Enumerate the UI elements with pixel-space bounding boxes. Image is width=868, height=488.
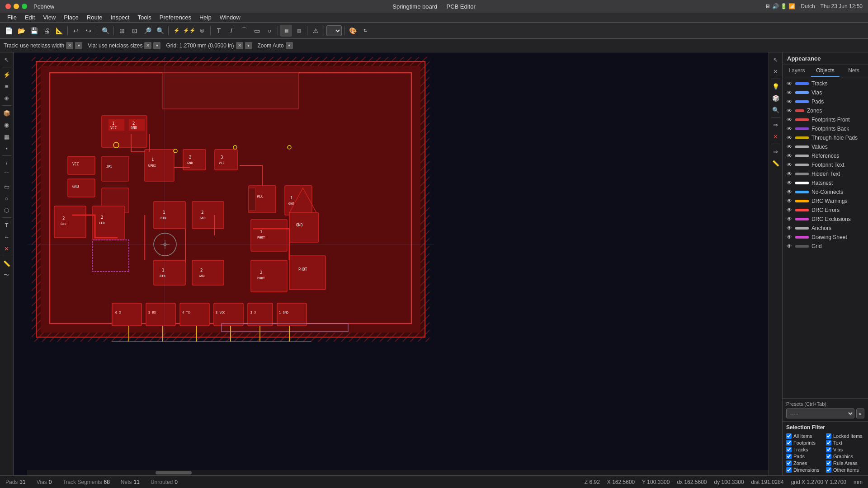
inspector[interactable]: 🔍 <box>770 104 781 115</box>
via-size-clear[interactable]: ✕ <box>144 42 151 49</box>
layer-drc-warnings[interactable]: 👁 DRC Warnings <box>783 197 868 206</box>
layer-references[interactable]: 👁 References <box>783 151 868 160</box>
track-width-dropdown[interactable]: ▾ <box>75 42 82 49</box>
track-width-clear[interactable]: ✕ <box>66 42 73 49</box>
layer-vias[interactable]: 👁 Vias <box>783 88 868 97</box>
layer-fp-front[interactable]: 👁 Footprints Front <box>783 115 868 124</box>
sf-cb-other-items[interactable] <box>826 467 831 473</box>
draw-arc[interactable]: ⌒ <box>1 169 12 180</box>
horizontal-scrollbar[interactable] <box>27 470 769 475</box>
via-size-dropdown[interactable]: ▾ <box>153 42 160 49</box>
layer-eye-vias[interactable]: 👁 <box>786 89 793 96</box>
layer-no-connects[interactable]: 👁 No-Connects <box>783 188 868 197</box>
select-tool[interactable]: ↖ <box>1 54 12 65</box>
minimize-button[interactable] <box>14 4 19 9</box>
arrow-right-3[interactable]: ⇒ <box>770 146 781 157</box>
color-theme-button[interactable]: 🎨 <box>347 25 359 37</box>
layer-eye-drc-warnings[interactable]: 👁 <box>786 198 793 204</box>
menu-file[interactable]: File <box>4 13 20 22</box>
layer-eye-ratsnest[interactable]: 👁 <box>786 180 793 186</box>
menu-help[interactable]: Help <box>196 13 215 22</box>
canvas-area[interactable]: 1 VCC 2 GND VCC GND JP1 1 UPDI 2 GND <box>14 52 769 475</box>
layer-eye-fp-back[interactable]: 👁 <box>786 126 793 132</box>
add-rect-button[interactable]: ▭ <box>251 25 263 37</box>
draw-circle[interactable]: ○ <box>1 193 12 204</box>
maximize-button[interactable] <box>22 4 27 9</box>
tab-layers[interactable]: Layers <box>783 65 811 77</box>
tab-nets[interactable]: Nets <box>840 65 868 77</box>
sf-cb-graphics[interactable] <box>826 454 831 459</box>
menu-preferences[interactable]: Preferences <box>156 13 195 22</box>
save-button[interactable]: 💾 <box>28 25 40 37</box>
layer-eye-pads[interactable]: 👁 <box>786 99 793 105</box>
zoom-dropdown[interactable]: ▾ <box>286 42 293 49</box>
route-track-button[interactable]: ⚡ <box>171 25 183 37</box>
add-text-button[interactable]: T <box>213 25 225 37</box>
sf-cb-all-items[interactable] <box>786 433 792 439</box>
close-right[interactable]: ✕ <box>770 66 781 77</box>
plot-button[interactable]: 📐 <box>53 25 65 37</box>
sf-cb-locked-items[interactable] <box>826 433 831 439</box>
unfill-zones-button[interactable]: ▧ <box>293 25 305 37</box>
layer-hidden-text[interactable]: 👁 Hidden Text <box>783 169 868 178</box>
layer-eye-drawing-sheet[interactable]: 👁 <box>786 234 793 240</box>
open-button[interactable]: 📂 <box>15 25 27 37</box>
close-button[interactable] <box>5 4 11 9</box>
add-arc-button[interactable]: ⌒ <box>238 25 250 37</box>
print-button[interactable]: 🖨 <box>41 25 52 37</box>
layer-eye-drc-exclusions[interactable]: 👁 <box>786 216 793 222</box>
draw-rect[interactable]: ▭ <box>1 181 12 192</box>
layer-eye-hidden-text[interactable]: 👁 <box>786 171 793 177</box>
route-single[interactable]: ⚡ <box>1 69 12 80</box>
layer-drawing-sheet[interactable]: 👁 Drawing Sheet <box>783 233 868 242</box>
layer-eye-references[interactable]: 👁 <box>786 153 793 159</box>
layer-eye-drc-errors[interactable]: 👁 <box>786 207 793 213</box>
flip-board-button[interactable]: ⇅ <box>359 25 371 37</box>
layer-eye-grid[interactable]: 👁 <box>786 243 793 249</box>
drc-button[interactable]: ⚠ <box>310 25 321 37</box>
menu-inspect[interactable]: Inspect <box>107 13 133 22</box>
menu-place[interactable]: Place <box>60 13 82 22</box>
menu-window[interactable]: Window <box>216 13 244 22</box>
layer-tracks[interactable]: 👁 Tracks <box>783 79 868 88</box>
fanout[interactable]: ⊕ <box>1 93 12 103</box>
add-zone[interactable]: ▦ <box>1 131 12 142</box>
zoom-in-area-button[interactable]: ⊞ <box>116 25 128 37</box>
sf-cb-tracks[interactable] <box>786 447 792 452</box>
layer-grid[interactable]: 👁 Grid <box>783 242 868 251</box>
sf-cb-footprints[interactable] <box>786 440 792 446</box>
layer-thru-pads[interactable]: 👁 Through-hole Pads <box>783 133 868 142</box>
zoom-out-button[interactable]: 🔍 <box>154 25 166 37</box>
route-diff-button[interactable]: ⚡⚡ <box>184 25 195 37</box>
layer-pads[interactable]: 👁 Pads <box>783 97 868 106</box>
sf-cb-dimensions[interactable] <box>786 467 792 473</box>
sf-cb-pads[interactable] <box>786 454 792 459</box>
layer-anchors[interactable]: 👁 Anchors <box>783 224 868 233</box>
search-button[interactable]: 🔍 <box>99 25 111 37</box>
add-footprint[interactable]: 📦 <box>1 108 12 118</box>
menu-edit[interactable]: Edit <box>21 13 38 22</box>
measure-tool[interactable]: 📏 <box>1 258 12 269</box>
cursor-tool[interactable]: ↖ <box>770 54 781 65</box>
presets-select[interactable]: ----- <box>786 408 854 418</box>
delete-tool[interactable]: ✕ <box>1 243 12 254</box>
draw-polygon[interactable]: ⬡ <box>1 205 12 216</box>
add-line-button[interactable]: / <box>226 25 237 37</box>
add-rule-area[interactable]: ▪ <box>1 143 12 154</box>
add-dimension[interactable]: ↔ <box>1 231 12 242</box>
add-circle-button[interactable]: ○ <box>264 25 275 37</box>
layer-ratsnest[interactable]: 👁 Ratsnest <box>783 178 868 188</box>
layer-drc-exclusions[interactable]: 👁 DRC Exclusions <box>783 215 868 224</box>
layer-fp-back[interactable]: 👁 Footprints Back <box>783 124 868 133</box>
scrollbar-thumb[interactable] <box>156 471 192 474</box>
zoom-fit-button[interactable]: ⊡ <box>129 25 141 37</box>
layer-values[interactable]: 👁 Values <box>783 142 868 151</box>
layer-eye-fp-front[interactable]: 👁 <box>786 117 793 123</box>
sf-cb-rule-areas[interactable] <box>826 460 831 466</box>
route-diff[interactable]: ≡ <box>1 81 12 92</box>
layer-eye-anchors[interactable]: 👁 <box>786 225 793 231</box>
layer-eye-thru-pads[interactable]: 👁 <box>786 135 793 141</box>
show-3d[interactable]: 🎲 <box>770 93 781 103</box>
layer-eye-no-connects[interactable]: 👁 <box>786 189 793 195</box>
zoom-in-button[interactable]: 🔎 <box>142 25 153 37</box>
